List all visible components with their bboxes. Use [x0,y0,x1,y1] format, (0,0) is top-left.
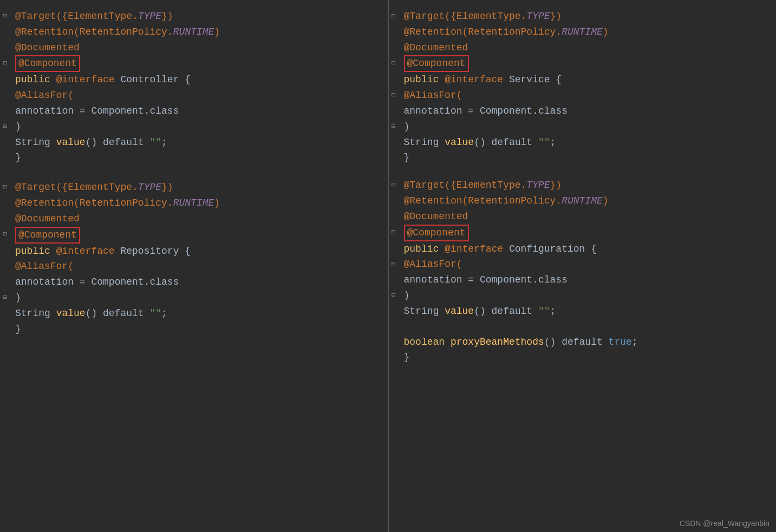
retention: @Retention(RetentionPolicy. [15,27,173,37]
retention: @Retention(RetentionPolicy. [404,195,562,206]
code-line: public @interface Configuration { [389,241,777,257]
service-block: ⊟ @Target({ElementType.TYPE}) @Retention… [389,5,777,169]
code-text: @Component [400,225,469,241]
class-name: Configuration { [509,244,597,254]
class-name: Service { [509,74,562,85]
fold-arrow[interactable]: ⊟ [392,11,395,22]
code-text: @Target({ElementType.TYPE}) [11,180,173,195]
code-line: } [0,321,388,337]
runtime-italic: RUNTIME [562,27,603,37]
fold-arrow[interactable]: ⊟ [392,90,395,101]
code-text: String value() default ""; [400,304,556,319]
value-method: value [56,137,86,148]
code-line: ⊟ ) [0,119,388,135]
fold-gutter: ⊟ [0,11,11,22]
alias-for: @AliasFor( [404,90,462,101]
code-text: @Retention(RetentionPolicy.RUNTIME) [400,24,609,40]
close-brace: } [15,324,21,334]
code-text: annotation = Component.class [400,103,568,119]
retention: @Retention(RetentionPolicy. [404,27,562,37]
retention-end: ) [603,27,609,37]
code-line: annotation = Component.class [389,103,777,119]
retention-end: ) [214,27,220,37]
component-highlighted-line: ⊟ @Component [0,55,388,72]
fold-gutter: ⊟ [389,291,400,301]
annotation-target-end: }) [550,11,562,22]
code-text: public @interface Service { [400,72,562,88]
alias-for: @AliasFor( [15,261,74,272]
fold-arrow[interactable]: ⊟ [392,180,395,191]
code-line: @Documented [0,40,388,56]
method-parens: () default [86,137,150,148]
code-line: @Retention(RetentionPolicy.RUNTIME) [0,24,388,40]
semicolon: ; [550,306,556,317]
runtime-italic: RUNTIME [173,198,214,208]
code-line: } [389,350,777,365]
configuration-block: ⊟ @Target({ElementType.TYPE}) @Retention… [389,174,777,369]
code-line: public @interface Repository { [0,244,388,259]
alias-for: @AliasFor( [15,90,74,101]
component-annotation-3: @Component [407,58,466,69]
fold-gutter: ⊟ [389,11,400,22]
close-paren: ) [404,121,410,132]
annotation-val: annotation = Component.class [404,274,568,285]
code-text: annotation = Component.class [11,274,179,290]
fold-gutter: ⊟ [0,58,11,69]
close-brace: } [15,152,21,163]
code-text: @Target({ElementType.TYPE}) [400,9,562,24]
fold-gutter: ⊟ [0,182,11,193]
code-line: String value() default ""; [0,306,388,321]
retention-end: ) [214,198,220,208]
retention: @Retention(RetentionPolicy. [15,198,173,208]
fold-arrow[interactable]: ⊟ [392,122,395,132]
code-text: @Documented [400,40,468,56]
code-text: @AliasFor( [11,259,74,274]
annotation-val: annotation = Component.class [404,106,568,116]
at: @interface [445,244,509,254]
fold-arrow[interactable]: ⊟ [3,11,6,22]
fold-arrow[interactable]: ⊟ [392,227,395,238]
code-text: } [400,350,410,365]
fold-arrow[interactable]: ⊟ [3,182,6,193]
code-text: @Component [11,55,80,72]
code-line: ⊟ @AliasFor( [389,257,777,272]
code-line: ⊟ ) [389,288,777,304]
code-line: @Retention(RetentionPolicy.RUNTIME) [0,195,388,211]
controller-block: ⊟ @Target({ElementType.TYPE}) @Retention… [0,5,388,169]
fold-arrow[interactable]: ⊟ [392,259,395,270]
annotation-target: @Target({ElementType. [15,182,138,193]
true-val: true [609,337,632,347]
string-type: String [404,306,445,317]
code-line: public @interface Service { [389,72,777,88]
string-type: String [15,308,56,319]
fold-arrow[interactable]: ⊟ [3,58,6,69]
fold-gutter: ⊟ [0,229,11,240]
class-name: Controller { [120,74,191,85]
fold-gutter: ⊟ [389,58,400,69]
code-line: String value() default ""; [389,135,777,150]
code-line: @AliasFor( [0,259,388,274]
retention-end: ) [603,195,609,206]
code-text: @Retention(RetentionPolicy.RUNTIME) [11,195,220,211]
code-text: annotation = Component.class [11,103,179,119]
fold-gutter: ⊟ [389,90,400,101]
fold-arrow[interactable]: ⊟ [392,291,395,301]
documented: @Documented [404,42,468,53]
fold-arrow[interactable]: ⊟ [3,229,6,240]
fold-arrow[interactable]: ⊟ [3,122,6,132]
code-text: @Documented [400,209,468,225]
alias-for: @AliasFor( [404,259,462,270]
fold-arrow[interactable]: ⊟ [3,293,6,303]
fold-gutter: ⊟ [0,122,11,132]
semicolon2: ; [632,337,638,347]
code-text: @AliasFor( [11,88,74,103]
annotation-val: annotation = Component.class [15,106,179,116]
boolean-type: boolean [404,337,451,347]
code-line: String value() default ""; [389,304,777,319]
type-italic: TYPE [138,182,161,193]
empty-string: "" [149,308,161,319]
fold-arrow[interactable]: ⊟ [392,58,395,69]
code-text: ) [400,288,410,304]
runtime-italic: RUNTIME [173,27,214,37]
fold-gutter: ⊟ [389,259,400,270]
